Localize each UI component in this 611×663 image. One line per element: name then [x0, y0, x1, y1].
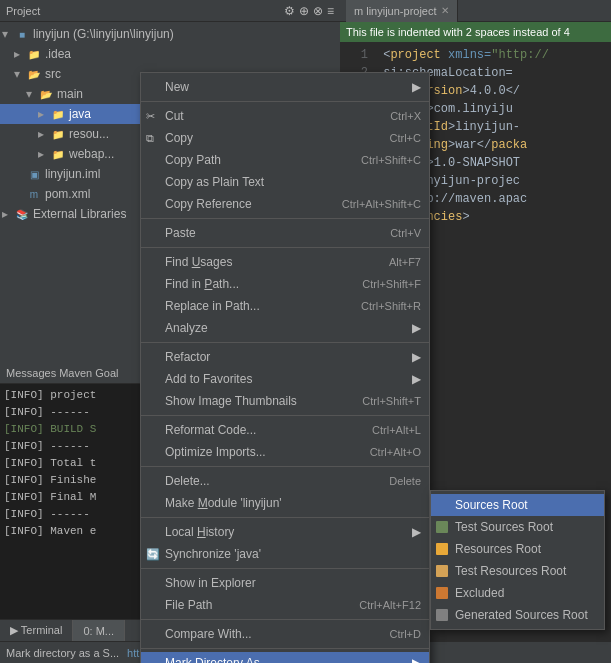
tree-label-ext-libs: External Libraries — [33, 207, 126, 221]
menu-item-copy-path[interactable]: Copy Path Ctrl+Shift+C — [141, 149, 429, 171]
tree-arrow: ▸ — [38, 107, 50, 121]
menu-shortcut-replace-path: Ctrl+Shift+R — [361, 300, 421, 312]
menu-label-find-path: Find in Path... — [165, 277, 239, 291]
external-libs-icon: 📚 — [14, 206, 30, 222]
submenu-item-generated[interactable]: Generated Sources Root — [431, 604, 604, 626]
project-header-icons: ⚙ ⊕ ⊗ ≡ — [284, 4, 334, 18]
submenu-label-test-sources: Test Sources Root — [455, 520, 553, 534]
menu-item-find-path[interactable]: Find in Path... Ctrl+Shift+F — [141, 273, 429, 295]
tree-label-java: java — [69, 107, 91, 121]
menu-icon[interactable]: ≡ — [327, 4, 334, 18]
menu-item-find-usages[interactable]: Find Usages Alt+F7 — [141, 251, 429, 273]
tree-item-root[interactable]: ▾ ■ linyijun (G:\linyijun\linyijun) — [0, 24, 340, 44]
menu-shortcut-optimize: Ctrl+Alt+O — [370, 446, 421, 458]
test-sources-icon — [436, 521, 448, 533]
project-icon: ■ — [14, 26, 30, 42]
menu-shortcut-copy: Ctrl+C — [390, 132, 421, 144]
menu-shortcut-copy-path: Ctrl+Shift+C — [361, 154, 421, 166]
menu-item-mark-dir[interactable]: Mark Directory As ▶ — [141, 652, 429, 663]
menu-item-reformat[interactable]: Reformat Code... Ctrl+Alt+L — [141, 419, 429, 441]
menu-item-refactor[interactable]: Refactor ▶ — [141, 346, 429, 368]
menu-item-analyze[interactable]: Analyze ▶ — [141, 317, 429, 339]
menu-item-optimize[interactable]: Optimize Imports... Ctrl+Alt+O — [141, 441, 429, 463]
folder-icon: 📁 — [50, 126, 66, 142]
submenu-item-resources[interactable]: Resources Root — [431, 538, 604, 560]
submenu-item-excluded[interactable]: Excluded — [431, 582, 604, 604]
editor-tab[interactable]: m linyijun-project ✕ — [346, 0, 458, 22]
gear-icon[interactable]: ⚙ — [284, 4, 295, 18]
tree-label-main: main — [57, 87, 83, 101]
tab-messages[interactable]: 0: M... — [73, 620, 125, 642]
resources-icon — [436, 543, 448, 555]
context-menu: New ▶ ✂ Cut Ctrl+X ⧉ Copy Ctrl+C Copy Pa… — [140, 72, 430, 663]
submenu-label-generated: Generated Sources Root — [455, 608, 588, 622]
submenu-item-test-resources[interactable]: Test Resources Root — [431, 560, 604, 582]
tree-item-idea[interactable]: ▸ 📁 .idea — [0, 44, 340, 64]
menu-shortcut-delete: Delete — [389, 475, 421, 487]
menu-item-copy[interactable]: ⧉ Copy Ctrl+C — [141, 127, 429, 149]
menu-separator-9 — [141, 619, 429, 620]
editor-header: m linyijun-project ✕ — [340, 0, 611, 22]
menu-item-synchronize[interactable]: 🔄 Synchronize 'java' — [141, 543, 429, 565]
menu-item-local-history[interactable]: Local History ▶ — [141, 521, 429, 543]
tree-label-iml: linyijun.iml — [45, 167, 100, 181]
messages-title: Messages Maven Goal — [6, 367, 119, 379]
menu-item-compare[interactable]: Compare With... Ctrl+D — [141, 623, 429, 645]
menu-shortcut-reformat: Ctrl+Alt+L — [372, 424, 421, 436]
menu-label-paste: Paste — [165, 226, 196, 240]
tree-arrow: ▸ — [2, 207, 14, 221]
menu-item-new[interactable]: New ▶ — [141, 76, 429, 98]
menu-item-file-path[interactable]: File Path Ctrl+Alt+F12 — [141, 594, 429, 616]
settings-icon[interactable]: ⊗ — [313, 4, 323, 18]
menu-item-copy-plain[interactable]: Copy as Plain Text — [141, 171, 429, 193]
menu-label-copy-path: Copy Path — [165, 153, 221, 167]
menu-label-make-module: Make Module 'linyijun' — [165, 496, 282, 510]
menu-label-refactor: Refactor — [165, 350, 210, 364]
test-resources-icon — [436, 565, 448, 577]
menu-label-new: New — [165, 80, 189, 94]
menu-item-delete[interactable]: Delete... Delete — [141, 470, 429, 492]
sync-icon: 🔄 — [146, 548, 160, 561]
tree-label-src: src — [45, 67, 61, 81]
submenu-label-excluded: Excluded — [455, 586, 504, 600]
folder-open-icon: 📂 — [38, 86, 54, 102]
menu-label-show-img: Show Image Thumbnails — [165, 394, 297, 408]
menu-label-mark-dir: Mark Directory As — [165, 656, 260, 663]
menu-item-cut[interactable]: ✂ Cut Ctrl+X — [141, 105, 429, 127]
menu-item-copy-ref[interactable]: Copy Reference Ctrl+Alt+Shift+C — [141, 193, 429, 215]
tree-label-idea: .idea — [45, 47, 71, 61]
menu-item-make-module[interactable]: Make Module 'linyijun' — [141, 492, 429, 514]
menu-label-show-explorer: Show in Explorer — [165, 576, 256, 590]
menu-shortcut-cut: Ctrl+X — [390, 110, 421, 122]
menu-separator-1 — [141, 101, 429, 102]
editor-tab-close[interactable]: ✕ — [441, 5, 449, 16]
sources-root-icon — [436, 499, 448, 511]
menu-separator-2 — [141, 218, 429, 219]
menu-shortcut-find-path: Ctrl+Shift+F — [362, 278, 421, 290]
menu-separator-4 — [141, 342, 429, 343]
generated-icon — [436, 609, 448, 621]
menu-label-compare: Compare With... — [165, 627, 252, 641]
tab-terminal[interactable]: ▶ Terminal — [0, 620, 73, 642]
menu-separator-8 — [141, 568, 429, 569]
add-icon[interactable]: ⊕ — [299, 4, 309, 18]
menu-item-show-img[interactable]: Show Image Thumbnails Ctrl+Shift+T — [141, 390, 429, 412]
menu-item-add-fav[interactable]: Add to Favorites ▶ — [141, 368, 429, 390]
menu-item-paste[interactable]: Paste Ctrl+V — [141, 222, 429, 244]
submenu-item-test-sources[interactable]: Test Sources Root — [431, 516, 604, 538]
submenu-arrow-icon: ▶ — [412, 350, 421, 364]
editor-info-text: This file is indented with 2 spaces inst… — [346, 26, 570, 38]
menu-item-show-explorer[interactable]: Show in Explorer — [141, 572, 429, 594]
menu-label-local-history: Local History — [165, 525, 234, 539]
menu-separator-6 — [141, 466, 429, 467]
submenu-arrow-icon: ▶ — [412, 372, 421, 386]
submenu-item-sources-root[interactable]: Sources Root — [431, 494, 604, 516]
menu-separator-10 — [141, 648, 429, 649]
tree-arrow: ▾ — [2, 27, 14, 41]
menu-label-copy-plain: Copy as Plain Text — [165, 175, 264, 189]
tree-arrow: ▸ — [38, 127, 50, 141]
menu-item-replace-path[interactable]: Replace in Path... Ctrl+Shift+R — [141, 295, 429, 317]
menu-label-file-path: File Path — [165, 598, 212, 612]
tree-arrow: ▸ — [14, 47, 26, 61]
menu-shortcut-show-img: Ctrl+Shift+T — [362, 395, 421, 407]
